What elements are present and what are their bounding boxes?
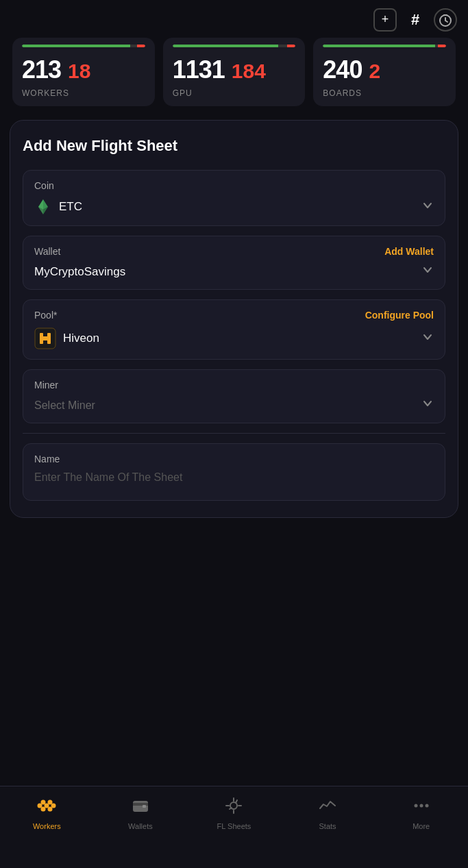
nav-item-wallets[interactable]: Wallets [94, 796, 188, 830]
form-title: Add New Flight Sheet [23, 137, 445, 155]
more-nav-icon [412, 796, 431, 818]
svg-point-18 [45, 804, 49, 808]
coin-selected-value: ETC [34, 198, 82, 216]
boards-label: BOARDS [323, 88, 446, 98]
svg-point-31 [414, 804, 417, 808]
svg-marker-8 [38, 199, 43, 210]
gpu-alert-value: 184 [232, 60, 266, 83]
svg-point-20 [51, 804, 56, 808]
coin-chevron-icon [421, 199, 434, 215]
coin-section[interactable]: Coin ETC [23, 170, 445, 226]
workers-bar [22, 45, 145, 47]
gpu-stat-card[interactable]: 1131 184 GPU [163, 38, 306, 106]
workers-nav-label: Workers [33, 822, 61, 830]
flight-sheet-form: Add New Flight Sheet Coin ETC [10, 120, 458, 518]
nav-item-fl-sheets[interactable]: FL Sheets [187, 796, 281, 830]
add-wallet-button[interactable]: Add Wallet [384, 246, 434, 257]
workers-alert-value: 18 [68, 60, 90, 83]
svg-line-4 [445, 21, 447, 22]
miner-chevron-icon [421, 397, 434, 413]
svg-point-17 [48, 807, 53, 812]
coin-label: Coin [34, 180, 434, 191]
svg-point-32 [419, 804, 423, 808]
add-icon[interactable]: + [373, 8, 397, 32]
bottom-nav: Workers Wallets FL Sheets [0, 786, 468, 868]
stats-nav-label: Stats [319, 822, 336, 830]
svg-rect-23 [143, 805, 146, 808]
gpu-bar [173, 45, 296, 47]
pool-selected-value: Hiveon [34, 327, 99, 349]
coin-select-row[interactable]: ETC [34, 198, 434, 216]
pool-chevron-icon [421, 331, 434, 347]
name-input[interactable]: Enter The Name Of The Sheet [34, 471, 434, 484]
svg-point-33 [425, 804, 428, 808]
name-label: Name [34, 454, 434, 464]
svg-point-14 [41, 800, 46, 805]
fl-sheets-nav-label: FL Sheets [217, 822, 251, 830]
miner-select-row[interactable]: Select Miner [34, 397, 434, 413]
svg-rect-13 [40, 336, 51, 340]
wallets-nav-icon [131, 796, 150, 818]
pool-label: Pool* [34, 310, 57, 321]
svg-point-16 [41, 807, 46, 812]
stats-nav-icon [318, 796, 337, 818]
pool-section[interactable]: Pool* Configure Pool Hiveon [23, 299, 445, 360]
configure-pool-button[interactable]: Configure Pool [365, 310, 434, 321]
svg-point-19 [38, 804, 42, 808]
workers-stat-card[interactable]: 213 18 WORKERS [12, 38, 155, 106]
ethereum-icon [34, 198, 52, 216]
nav-item-workers[interactable]: Workers [0, 796, 94, 830]
boards-bar [323, 45, 446, 47]
miner-placeholder: Select Miner [34, 399, 95, 412]
more-nav-label: More [412, 822, 430, 830]
boards-main-value: 240 [323, 55, 362, 84]
timer-icon[interactable] [434, 8, 457, 32]
wallet-chevron-icon [421, 264, 434, 280]
workers-label: WORKERS [22, 88, 145, 98]
hash-icon[interactable]: # [404, 8, 427, 32]
fl-sheets-nav-icon [224, 796, 243, 818]
nav-item-more[interactable]: More [374, 796, 468, 830]
boards-alert-value: 2 [369, 60, 380, 83]
wallet-select-row[interactable]: MyCryptoSavings [34, 264, 434, 280]
form-divider [23, 433, 445, 434]
pool-select-row[interactable]: Hiveon [34, 327, 434, 349]
workers-nav-icon [37, 796, 56, 818]
wallet-section[interactable]: Wallet Add Wallet MyCryptoSavings [23, 236, 445, 290]
name-section[interactable]: Name Enter The Name Of The Sheet [23, 443, 445, 501]
wallets-nav-label: Wallets [128, 822, 153, 830]
svg-point-15 [48, 800, 53, 805]
workers-main-value: 213 [22, 55, 61, 84]
wallet-label: Wallet [34, 246, 60, 257]
svg-line-29 [236, 800, 237, 803]
stats-row: 213 18 WORKERS 1131 184 GPU 240 2 BOARDS [0, 38, 468, 106]
boards-stat-card[interactable]: 240 2 BOARDS [313, 38, 456, 106]
miner-section[interactable]: Miner Select Miner [23, 369, 445, 423]
hiveon-icon [34, 327, 56, 349]
gpu-label: GPU [173, 88, 296, 98]
status-bar: + # [0, 0, 468, 38]
nav-item-stats[interactable]: Stats [281, 796, 375, 830]
miner-label: Miner [34, 380, 434, 390]
wallet-selected-value: MyCryptoSavings [34, 265, 125, 279]
gpu-main-value: 1131 [173, 55, 225, 84]
